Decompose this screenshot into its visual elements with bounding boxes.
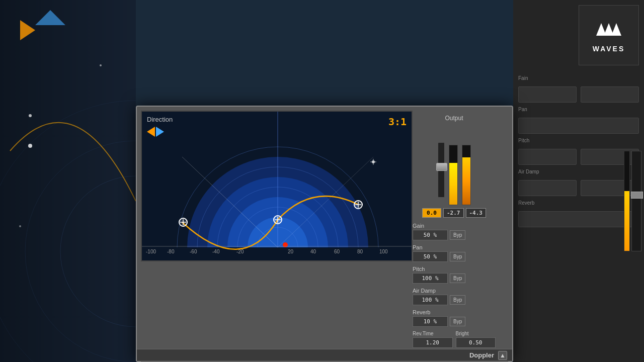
svg-marker-11 xyxy=(611,23,621,36)
radar-display[interactable]: Direction 3:1 xyxy=(141,111,413,261)
meter-track-left xyxy=(449,145,458,205)
svg-text:-20: -20 xyxy=(236,249,244,254)
pan-control: Pan 50 % Byp xyxy=(413,244,496,262)
reverb-control: Reverb 10 % Byp xyxy=(413,309,496,327)
doppler-close-btn[interactable]: ▲ xyxy=(498,351,507,360)
meter-left xyxy=(449,145,458,205)
meter-fill-left xyxy=(449,163,457,205)
daw-param-box-8 xyxy=(518,211,639,227)
waves-brand-text: WAVES xyxy=(593,45,625,53)
daw-param-box-2 xyxy=(581,86,639,103)
rev-time-label: Rev.Time xyxy=(413,331,453,336)
daw-param-box-6 xyxy=(518,180,577,196)
daw-label-4: Air Damp xyxy=(518,169,639,174)
gain-label: Gain xyxy=(413,223,496,229)
gain-value-btn[interactable]: 50 % xyxy=(413,230,448,240)
svg-text:-80: -80 xyxy=(167,249,175,254)
daw-label-5: Reverb xyxy=(518,200,639,206)
reverb-row: 10 % Byp xyxy=(413,316,496,327)
meter-right xyxy=(462,145,471,205)
daw-param-row-3 xyxy=(518,149,639,165)
fader-thumb[interactable] xyxy=(436,163,447,171)
daw-param-box-3 xyxy=(518,118,639,134)
svg-text:20: 20 xyxy=(288,249,294,254)
svg-text:40: 40 xyxy=(310,249,316,254)
bright-value-btn[interactable]: 0.50 xyxy=(456,337,496,348)
rev-time-value-btn[interactable]: 1.20 xyxy=(413,337,453,348)
svg-point-8 xyxy=(28,144,32,148)
output-val-0: 0.0 xyxy=(422,208,441,218)
daw-param-box-5 xyxy=(581,149,639,165)
output-label: Output xyxy=(413,115,496,122)
air-damp-value-btn[interactable]: 100 % xyxy=(413,295,448,305)
svg-point-3 xyxy=(29,114,32,117)
radar-svg: -100 -80 -60 -40 -20 20 40 60 80 100 xyxy=(142,112,413,261)
plugin-top-section: Direction 3:1 xyxy=(141,111,508,359)
daw-meter-1 xyxy=(624,151,630,251)
svg-text:100: 100 xyxy=(379,249,388,254)
air-damp-label: Air Damp xyxy=(413,288,496,294)
svg-marker-6 xyxy=(20,20,35,40)
gain-control: Gain 50 % Byp xyxy=(413,223,496,240)
output-meters xyxy=(413,125,496,205)
reverb-value-btn[interactable]: 10 % xyxy=(413,316,448,327)
rev-bright-row: Rev.Time 1.20 Bright 0.50 xyxy=(413,331,496,348)
svg-point-1 xyxy=(25,141,136,362)
pan-row: 50 % Byp xyxy=(413,251,496,262)
svg-text:-60: -60 xyxy=(190,249,197,254)
daw-label-1: Fain xyxy=(518,75,639,81)
daw-meter-fill-1 xyxy=(624,191,629,251)
waves-logo: WAVES xyxy=(579,5,639,65)
daw-param-row-4 xyxy=(518,180,639,196)
output-val-1: -2.7 xyxy=(443,208,464,218)
left-daw-panel xyxy=(0,0,136,362)
output-values-row: 0.0 -2.7 -4.3 xyxy=(413,208,496,218)
svg-text:-40: -40 xyxy=(212,249,220,254)
pitch-byp-btn[interactable]: Byp xyxy=(450,274,465,283)
right-daw-panel: WAVES Fain Pan Pitch Air Damp Reverb xyxy=(513,0,644,362)
svg-text:60: 60 xyxy=(334,249,340,254)
output-val-2: -4.3 xyxy=(466,208,487,218)
svg-point-4 xyxy=(100,64,102,66)
air-damp-byp-btn[interactable]: Byp xyxy=(450,295,465,305)
svg-text:-100: -100 xyxy=(146,249,156,254)
pitch-control: Pitch 100 % Byp xyxy=(413,266,496,284)
daw-label-2: Pan xyxy=(518,107,639,112)
meter-fill-right xyxy=(462,157,470,205)
reverb-byp-btn[interactable]: Byp xyxy=(450,317,465,326)
meter-track-right xyxy=(462,145,471,205)
pitch-value-btn[interactable]: 100 % xyxy=(413,273,448,284)
gain-byp-btn[interactable]: Byp xyxy=(450,230,465,240)
waves-logo-icon xyxy=(594,18,624,43)
daw-param-box-7 xyxy=(581,180,639,196)
curve-handle-right xyxy=(354,201,362,209)
output-panel: Output xyxy=(413,115,496,362)
plugin-window: Direction 3:1 xyxy=(136,106,513,362)
pan-label: Pan xyxy=(413,244,496,250)
svg-point-5 xyxy=(19,225,21,227)
curve-handle-left xyxy=(179,218,187,226)
pan-value-btn[interactable]: 50 % xyxy=(413,251,448,262)
reverb-label: Reverb xyxy=(413,309,496,315)
daw-label-3: Pitch xyxy=(518,138,639,143)
bright-control: Bright 0.50 xyxy=(456,331,496,348)
pitch-row: 100 % Byp xyxy=(413,273,496,284)
bright-label: Bright xyxy=(456,331,496,336)
daw-param-box-1 xyxy=(518,86,577,103)
daw-fader-thumb[interactable] xyxy=(631,192,643,199)
svg-text:80: 80 xyxy=(357,249,363,254)
svg-point-0 xyxy=(60,176,136,327)
air-damp-row: 100 % Byp xyxy=(413,295,496,305)
fader-container xyxy=(438,135,445,205)
rev-time-control: Rev.Time 1.20 xyxy=(413,331,453,348)
doppler-title: Doppler xyxy=(469,351,494,359)
daw-param-row-2 xyxy=(518,118,639,134)
curve-handle-center xyxy=(274,216,282,224)
fader-track[interactable] xyxy=(438,142,445,198)
gain-row: 50 % Byp xyxy=(413,230,496,240)
daw-param-row-1 xyxy=(518,86,639,103)
daw-param-box-4 xyxy=(518,149,577,165)
air-damp-control: Air Damp 100 % Byp xyxy=(413,288,496,305)
pan-byp-btn[interactable]: Byp xyxy=(450,252,465,261)
daw-param-row-5 xyxy=(518,211,639,227)
